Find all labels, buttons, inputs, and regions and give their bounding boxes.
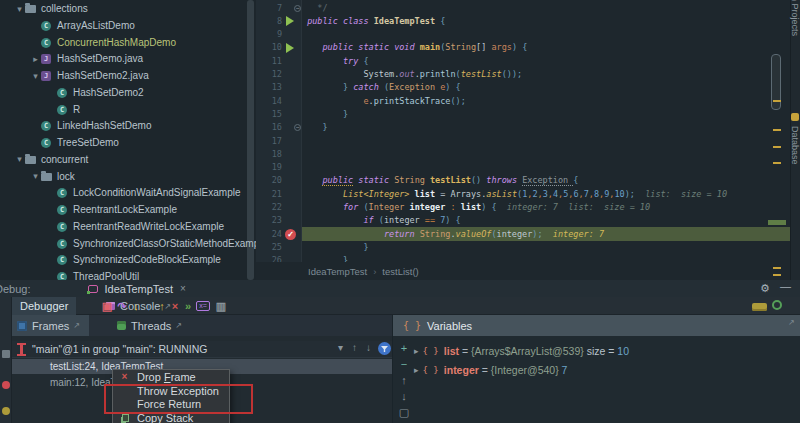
step-out-icon[interactable]: ↑	[155, 298, 169, 314]
tree-item-linkedhashsetdemo[interactable]: CLinkedHashSetDemo	[0, 118, 246, 134]
move-up-icon[interactable]: ↑	[396, 373, 412, 387]
code-line-13[interactable]: } catch (Exception e) {	[302, 81, 461, 94]
tree-item-hashsetdemo-java[interactable]: ▸JHashSetDemo.java	[0, 51, 246, 67]
chevron-down-icon[interactable]: ▾	[14, 4, 25, 14]
duplicate-icon[interactable]: ▢	[396, 405, 412, 419]
run-to-cursor-icon[interactable]: »	[181, 298, 195, 314]
tree-item-concurrenthashmapdemo[interactable]: CConcurrentHashMapDemo	[0, 34, 246, 50]
breadcrumb-method[interactable]: testList()	[382, 266, 418, 277]
tree-item-treesetdemo[interactable]: CTreeSetDemo	[0, 135, 246, 151]
tree-item-lockconditionwaitandsignalexample[interactable]: CLockConditionWaitAndSignalExample	[0, 185, 246, 201]
code-line-15[interactable]: }	[302, 108, 348, 121]
file-icon: J	[41, 53, 53, 64]
drop-frame-icon[interactable]: ×	[168, 298, 182, 314]
chevron-down-icon[interactable]: ▾	[14, 154, 25, 164]
tree-item-label: ConcurrentHashMapDemo	[57, 37, 176, 48]
variable-row-integer[interactable]: ▸{ }integer = {Integer@540} 7	[414, 362, 794, 378]
warning-stripe-mark[interactable]	[773, 267, 781, 269]
tree-item-hashsetdemo2[interactable]: CHashSetDemo2	[0, 84, 246, 100]
debug-session-icon	[88, 285, 98, 293]
warning-stripe-mark[interactable]	[773, 100, 781, 102]
code-line-11[interactable]: try {	[302, 55, 369, 68]
add-watch-icon[interactable]: +	[396, 341, 412, 355]
move-down-icon[interactable]: ↓	[396, 389, 412, 403]
breadcrumb-separator-icon: ›	[373, 266, 376, 277]
code-line-10[interactable]: public static void main(String[] args) {	[302, 41, 527, 54]
debug-session-tab[interactable]: IdeaTempTest ×	[82, 280, 191, 297]
remove-watch-icon[interactable]: −	[396, 357, 412, 371]
current-line-stripe-mark[interactable]	[768, 220, 786, 225]
debug-title-row: Debug: IdeaTempTest ×	[0, 280, 800, 297]
tree-item-hashsetdemo2-java[interactable]: ▾JHashSetDemo2.java	[0, 68, 246, 84]
strip-settings-icon[interactable]	[2, 350, 10, 358]
code-line-8[interactable]: public class IdeaTempTest {	[302, 15, 445, 28]
tree-item-reentrantlockexample[interactable]: CReentrantLockExample	[0, 202, 246, 218]
variable-detail-value: 7	[562, 364, 568, 376]
menu-item-drop-frame[interactable]: ×Drop Frame	[113, 370, 229, 384]
file-icon: J	[41, 70, 53, 81]
code-line-16[interactable]: }	[302, 121, 328, 134]
chevron-down-icon[interactable]: ▾	[30, 171, 41, 181]
tree-item-arrayaslistdemo[interactable]: CArrayAsListDemo	[0, 17, 246, 33]
next-frame-icon[interactable]: ↓	[366, 342, 371, 353]
code-line-20[interactable]: public static String testList() throws E…	[302, 174, 578, 187]
toolwindow-button-maven-projects[interactable]: Maven Projects	[790, 0, 800, 36]
tree-item-reentrantreadwritelockexample[interactable]: CReentrantReadWriteLockExample	[0, 218, 246, 234]
tree-item-concurrent[interactable]: ▾concurrent	[0, 151, 246, 167]
external-link-icon[interactable]: ↗	[788, 318, 795, 327]
tab-threads[interactable]: Threads ↗	[108, 315, 191, 336]
tab-debugger[interactable]: Debugger	[12, 297, 76, 315]
code-line-21[interactable]: List<Integer> list = Arrays.asList(1,2,3…	[302, 188, 727, 201]
code-line-14[interactable]: e.printStackTrace();	[302, 95, 466, 108]
evaluate-expression-icon[interactable]: x=	[196, 301, 210, 311]
filter-icon[interactable]	[378, 342, 391, 355]
show-execution-point-icon[interactable]: ▣	[100, 298, 114, 314]
tree-item-synchronizedclassorstaticmethodexample[interactable]: CSynchronizedClassOrStaticMethodExample	[0, 235, 246, 251]
step-into-icon[interactable]: ↓	[129, 298, 143, 314]
close-icon[interactable]: ×	[180, 283, 186, 294]
warning-stripe-mark[interactable]	[773, 146, 781, 148]
strip-stop-icon[interactable]	[2, 381, 10, 389]
class-icon: C	[57, 238, 69, 249]
step-over-icon[interactable]: ↷	[115, 298, 129, 314]
code-line-12[interactable]: System.out.println(testList());	[302, 68, 522, 81]
breakpoint-icon[interactable]: ✓	[285, 229, 296, 240]
value-icon: { }	[423, 365, 439, 375]
run-gutter-icon[interactable]	[286, 16, 294, 26]
toolwindow-button-database[interactable]: Database	[790, 126, 800, 165]
prev-frame-icon[interactable]: ↑	[352, 342, 357, 353]
minimize-icon[interactable]: —	[780, 280, 791, 292]
chevron-down-icon[interactable]: ▾	[30, 71, 41, 81]
tree-item-r[interactable]: CR	[0, 101, 246, 117]
thread-selector[interactable]: "main"@1 in group "main": RUNNING	[12, 341, 392, 358]
warning-stripe-mark[interactable]	[773, 162, 781, 164]
run-gutter-icon[interactable]	[286, 43, 294, 53]
chevron-right-icon[interactable]: ▸	[30, 54, 41, 64]
gear-icon[interactable]: ⚙	[760, 282, 770, 295]
editor-pane[interactable]: */ public class IdeaTempTest { public st…	[256, 0, 790, 262]
fold-icon[interactable]: −	[294, 5, 301, 12]
thread-dropdown-icon[interactable]: ▾	[338, 342, 343, 353]
tab-frames[interactable]: Frames ↗	[8, 315, 89, 336]
code-line-23[interactable]: if (integer == 7) {	[302, 214, 461, 227]
code-line-25[interactable]: }	[302, 241, 369, 254]
warning-stripe-mark[interactable]	[773, 274, 781, 276]
force-step-into-icon[interactable]: ↓	[142, 298, 156, 314]
strip-pause-icon[interactable]	[2, 407, 10, 415]
code-line-22[interactable]: for (Integer integer : list) { integer: …	[302, 201, 650, 214]
variable-row-list[interactable]: ▸{ }list = {Arrays$ArrayList@539} size =…	[414, 343, 794, 359]
tree-item-synchronizedcodeblockexample[interactable]: CSynchronizedCodeBlockExample	[0, 252, 246, 268]
code-line-26[interactable]: }	[302, 254, 348, 262]
tree-item-collections[interactable]: ▾collections	[0, 1, 246, 17]
debug-toolbar: Debugger Console ↗ ▣↷↓↓↑×»x=▥	[0, 297, 800, 315]
warning-stripe-mark[interactable]	[773, 129, 781, 131]
layout-settings-icon[interactable]: ▥	[214, 298, 228, 314]
project-tree-scrollbar[interactable]	[247, 0, 254, 280]
value-icon: { }	[423, 346, 439, 356]
tree-item-lock[interactable]: ▾lock	[0, 168, 246, 184]
breadcrumb-class[interactable]: IdeaTempTest	[308, 266, 367, 277]
tree-item-label: SynchronizedCodeBlockExample	[73, 254, 221, 265]
tree-item-threadpoolutil[interactable]: CThreadPoolUtil	[0, 269, 246, 281]
code-line-24[interactable]: return String.valueOf(integer); integer:…	[302, 228, 604, 241]
code-line-7[interactable]: */	[302, 2, 328, 15]
